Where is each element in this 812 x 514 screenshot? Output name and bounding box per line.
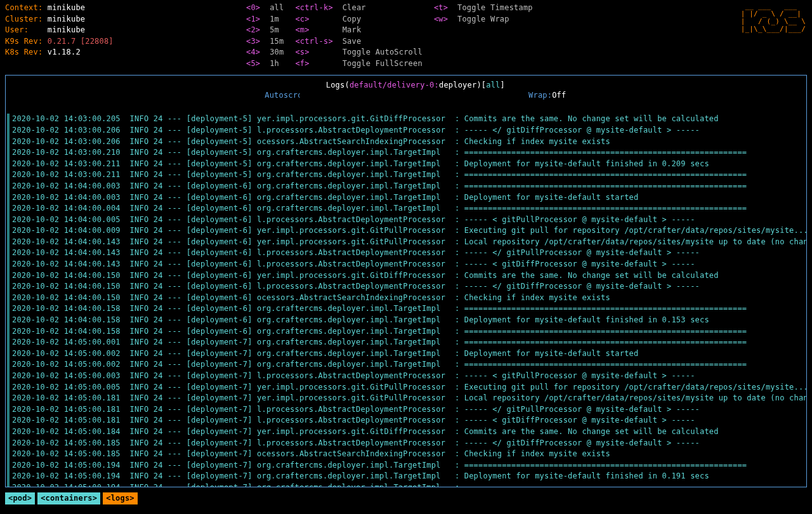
shortcut[interactable]: <4> 30m (246, 47, 284, 58)
shortcut[interactable]: <c> Copy (295, 14, 422, 25)
log-line: 2020-10-02 14:04:00.004 INFO 24 --- [dep… (7, 203, 805, 214)
log-line: 2020-10-02 14:04:00.143 INFO 24 --- [dep… (7, 237, 805, 248)
shortcut[interactable]: <0> all (246, 3, 284, 14)
k9s-logo-ascii: __ ___ ___ | |/ _ \ / __| | / (_) \__ \ … (741, 3, 806, 33)
log-line: 2020-10-02 14:05:00.002 INFO 24 --- [dep… (7, 348, 805, 360)
log-line: 2020-10-02 14:05:00.185 INFO 24 --- [dep… (7, 449, 805, 460)
log-line: 2020-10-02 14:05:00.181 INFO 24 --- [dep… (7, 404, 805, 416)
user-value: minikube (48, 25, 85, 34)
k8srev-label: K8s Rev: (5, 48, 43, 56)
log-line: 2020-10-02 14:03:00.210 INFO 24 --- [dep… (7, 147, 805, 159)
log-line: 2020-10-02 14:04:00.158 INFO 24 --- [dep… (7, 315, 805, 326)
shortcut[interactable]: <1> 1m (246, 14, 284, 25)
k9srev-label: K9s Rev: (5, 37, 43, 46)
log-line: 2020-10-02 14:05:00.181 INFO 24 --- [dep… (7, 415, 805, 426)
log-line: 2020-10-02 14:04:00.158 INFO 24 --- [dep… (7, 303, 805, 315)
log-line: 2020-10-02 14:03:00.211 INFO 24 --- [dep… (7, 169, 805, 181)
log-line: 2020-10-02 14:03:00.206 INFO 24 --- [dep… (7, 125, 805, 136)
log-line: 2020-10-02 14:05:00.181 INFO 24 --- [dep… (7, 393, 805, 404)
log-line: 2020-10-02 14:04:00.009 INFO 24 --- [dep… (7, 225, 805, 237)
log-line: 2020-10-02 14:04:00.158 INFO 24 --- [dep… (7, 326, 805, 338)
breadcrumb-containers[interactable]: <containers> (37, 492, 100, 505)
breadcrumbs: <pod> <containers> <logs> (0, 490, 812, 508)
shortcut[interactable]: <t> Toggle Timestamp (434, 3, 533, 14)
cluster-value: minikube (48, 15, 85, 23)
log-line: 2020-10-02 14:05:00.185 INFO 24 --- [dep… (7, 438, 805, 449)
log-line: 2020-10-02 14:04:00.150 INFO 24 --- [dep… (7, 281, 805, 293)
log-line: 2020-10-02 14:05:00.194 INFO 24 --- [dep… (7, 460, 805, 471)
log-line: 2020-10-02 14:03:00.206 INFO 24 --- [dep… (7, 136, 805, 148)
header: Context: minikube Cluster: minikube User… (0, 0, 812, 71)
log-line: 2020-10-02 14:03:00.211 INFO 24 --- [dep… (7, 159, 805, 170)
shortcut[interactable]: <ctrl-s> Save (295, 36, 422, 48)
cluster-label: Cluster: (5, 15, 43, 23)
log-line: 2020-10-02 14:04:00.005 INFO 24 --- [dep… (7, 214, 805, 226)
log-line: 2020-10-02 14:04:00.003 INFO 24 --- [dep… (7, 192, 805, 204)
log-lines[interactable]: 2020-10-02 14:03:00.205 INFO 24 --- [dep… (6, 112, 806, 487)
k9srev-value: 0.21.7 [22808] (48, 37, 114, 46)
context-value: minikube (48, 3, 85, 12)
log-line: 2020-10-02 14:03:00.205 INFO 24 --- [dep… (7, 114, 805, 125)
log-line: 2020-10-02 14:04:00.003 INFO 24 --- [dep… (7, 181, 805, 192)
log-line: 2020-10-02 14:05:00.002 INFO 24 --- [dep… (7, 359, 805, 371)
shortcut[interactable]: <5> 1h (246, 58, 284, 70)
log-line: 2020-10-02 14:04:00.143 INFO 24 --- [dep… (7, 247, 805, 259)
log-line: 2020-10-02 14:05:00.003 INFO 24 --- [dep… (7, 371, 805, 382)
log-line: 2020-10-02 14:04:00.143 INFO 24 --- [dep… (7, 259, 805, 270)
shortcut[interactable]: <ctrl-k> Clear (295, 3, 422, 14)
log-line: 2020-10-02 14:05:00.001 INFO 24 --- [dep… (7, 337, 805, 348)
log-panel[interactable]: Logs(default/delivery-0:deployer)[all] A… (5, 75, 807, 487)
shortcut[interactable]: <f> Toggle FullScreen (295, 58, 422, 70)
shortcut[interactable]: <s> Toggle AutoScroll (295, 47, 422, 58)
log-line: 2020-10-02 14:05:00.194 INFO 24 --- [dep… (7, 471, 805, 482)
log-line: 2020-10-02 14:05:00.005 INFO 24 --- [dep… (7, 382, 805, 393)
shortcut[interactable]: <3> 15m (246, 36, 284, 48)
log-line: 2020-10-02 14:05:00.194 INFO 24 --- [dep… (7, 482, 805, 487)
log-line: 2020-10-02 14:04:00.150 INFO 24 --- [dep… (7, 270, 805, 282)
user-label: User: (5, 25, 29, 34)
k8srev-value: v1.18.2 (48, 48, 81, 56)
context-block: Context: minikube Cluster: minikube User… (5, 3, 132, 70)
breadcrumb-logs[interactable]: <logs> (103, 492, 138, 505)
shortcut[interactable]: <m> Mark (295, 25, 422, 36)
breadcrumb-pod[interactable]: <pod> (5, 492, 35, 505)
shortcut[interactable]: <w> Toggle Wrap (434, 14, 533, 25)
log-line: 2020-10-02 14:05:00.184 INFO 24 --- [dep… (7, 426, 805, 438)
log-line: 2020-10-02 14:04:00.150 INFO 24 --- [dep… (7, 293, 805, 304)
context-label: Context: (5, 3, 43, 12)
shortcuts: <0> all<1> 1m<2> 5m<3> 15m<4> 30m<5> 1h … (246, 3, 533, 70)
shortcut[interactable]: <2> 5m (246, 25, 284, 36)
log-panel-title: Logs(default/delivery-0:deployer)[all] (300, 75, 513, 103)
